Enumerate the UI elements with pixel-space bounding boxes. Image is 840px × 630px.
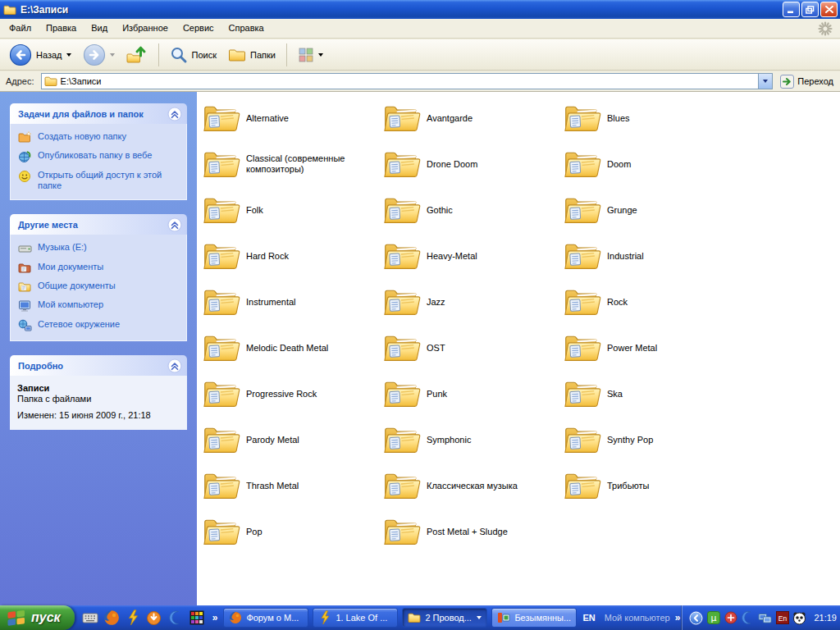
folder-item[interactable]: Ska: [562, 378, 742, 409]
network-icon: [17, 319, 32, 332]
folder-label: Классическая музыка: [427, 481, 518, 491]
panda-icon[interactable]: [792, 611, 806, 625]
sidebar-link[interactable]: Опубликовать папку в вебе: [17, 150, 180, 163]
folder-item[interactable]: Post Metal + Sludge: [381, 516, 562, 547]
folders-icon: [228, 48, 246, 62]
menu-item-сервис[interactable]: Сервис: [176, 23, 221, 33]
collapse-chevron-icon[interactable]: [167, 217, 182, 232]
folder-item[interactable]: Pop: [201, 516, 381, 547]
folder-item[interactable]: Grunge: [562, 194, 742, 226]
collapse-chevron-icon[interactable]: [167, 107, 182, 121]
other-places-header[interactable]: Другие места: [10, 214, 187, 235]
file-tasks-header[interactable]: Задачи для файлов и папок: [10, 103, 187, 124]
folder-icon: [203, 103, 240, 134]
menu-item-правка[interactable]: Правка: [39, 23, 84, 33]
folder-item[interactable]: Gothic: [381, 194, 562, 226]
toolbar-overflow-chevron[interactable]: »: [673, 612, 682, 623]
menu-item-справка[interactable]: Справка: [221, 23, 272, 33]
minimize-button[interactable]: [783, 2, 800, 17]
mosaic-icon[interactable]: [189, 609, 205, 626]
folder-item[interactable]: Classical (современные композиторы): [201, 148, 381, 180]
hide-icons-icon[interactable]: [689, 611, 703, 625]
folder-item[interactable]: Instrumental: [201, 286, 381, 317]
folder-item[interactable]: Power Metal: [562, 332, 742, 363]
keyboard-icon[interactable]: [82, 609, 98, 626]
views-button[interactable]: [294, 45, 327, 65]
download-master-icon[interactable]: [146, 609, 162, 626]
moon-icon[interactable]: [741, 611, 755, 625]
folder-item[interactable]: Doom: [562, 148, 742, 180]
taskbar-task-button[interactable]: 2 Провод...: [402, 608, 487, 628]
menu-item-файл[interactable]: Файл: [2, 23, 39, 33]
folder-item[interactable]: Punk: [381, 378, 562, 409]
address-input[interactable]: E:\Записи: [41, 73, 774, 89]
task-group-dropdown-icon[interactable]: [477, 616, 482, 619]
menu-item-избранное[interactable]: Избранное: [115, 23, 176, 33]
taskbar-task-button[interactable]: Форум о М...: [223, 608, 308, 628]
folder-item[interactable]: Drone Doom: [381, 148, 562, 180]
folder-item[interactable]: Industrial: [562, 240, 742, 272]
sidebar-link[interactable]: Создать новую папку: [17, 131, 180, 144]
forward-button[interactable]: [79, 42, 119, 68]
share-folder-icon: [17, 170, 32, 183]
restore-icon: [806, 6, 815, 14]
folder-label: Progressive Rock: [246, 389, 317, 399]
sidebar-link[interactable]: Общие документы: [17, 281, 180, 293]
sidebar-link[interactable]: Мои документы: [17, 262, 180, 274]
folder-item[interactable]: Jazz: [381, 286, 562, 317]
folder-item[interactable]: Melodic Death Metal: [201, 332, 381, 363]
folder-item[interactable]: Blues: [562, 103, 742, 134]
address-dropdown-button[interactable]: [758, 74, 772, 89]
back-button[interactable]: Назад: [5, 42, 75, 68]
folder-item[interactable]: Rock: [562, 286, 742, 317]
folder-item[interactable]: Symphonic: [381, 424, 562, 455]
folder-item[interactable]: OST: [381, 332, 562, 363]
views-dropdown-icon[interactable]: [318, 53, 323, 57]
close-button[interactable]: [820, 2, 838, 17]
desktop-toolbar-label[interactable]: Мой компьютер: [601, 613, 673, 623]
folder-item[interactable]: Heavy-Metal: [381, 240, 562, 272]
folder-item[interactable]: Hard Rock: [201, 240, 381, 272]
taskbar-task-button[interactable]: 1. Lake Of ...: [313, 608, 398, 628]
search-button[interactable]: Поиск: [166, 44, 221, 66]
taskbar-task-button[interactable]: Безымянны...: [491, 608, 577, 628]
sidebar-link[interactable]: Сетевое окружение: [17, 319, 180, 332]
folder-item[interactable]: Трибьюты: [562, 470, 742, 501]
folder-item[interactable]: Synthy Pop: [562, 424, 742, 455]
folder-item[interactable]: Thrash Metal: [201, 470, 381, 501]
folders-button[interactable]: Папки: [224, 46, 280, 64]
up-button[interactable]: [122, 43, 152, 66]
go-button[interactable]: Переход: [777, 75, 837, 89]
folder-item[interactable]: Alternative: [201, 103, 381, 134]
folder-item[interactable]: Avantgarde: [381, 103, 562, 134]
details-header[interactable]: Подробно: [10, 355, 187, 376]
quick-launch-overflow-chevron[interactable]: »: [211, 612, 220, 623]
download-master-tray-icon[interactable]: [724, 611, 737, 625]
language-indicator[interactable]: EN: [577, 613, 600, 623]
folder-label: Symphonic: [427, 435, 471, 445]
folder-label: Avantgarde: [427, 113, 472, 124]
punto-en-icon[interactable]: En: [775, 611, 789, 625]
back-dropdown-icon[interactable]: [66, 53, 71, 57]
menu-item-вид[interactable]: Вид: [84, 23, 115, 33]
file-list-area: Alternative Avantgarde Blues Classical (…: [197, 92, 840, 605]
restore-button[interactable]: [801, 2, 819, 17]
folder-icon: [564, 470, 601, 501]
winamp-icon[interactable]: [125, 609, 141, 626]
publish-web-icon: [17, 150, 32, 163]
moon-icon[interactable]: [167, 609, 184, 626]
collapse-chevron-icon[interactable]: [167, 358, 182, 373]
sidebar-link[interactable]: Музыка (E:): [17, 242, 180, 255]
folder-item[interactable]: Классическая музыка: [381, 470, 562, 501]
folder-item[interactable]: Parody Metal: [201, 424, 381, 455]
network-tray-icon[interactable]: [758, 611, 772, 625]
firefox-icon[interactable]: [103, 609, 120, 626]
sidebar-link[interactable]: Мой компьютер: [17, 299, 180, 313]
folder-icon: [564, 424, 601, 455]
folder-label: Rock: [607, 297, 628, 308]
folder-item[interactable]: Progressive Rock: [201, 378, 381, 409]
utorrent-icon[interactable]: µ: [706, 611, 720, 625]
start-button[interactable]: пуск: [0, 605, 75, 630]
sidebar-link[interactable]: Открыть общий доступ к этой папке: [17, 170, 180, 191]
folder-item[interactable]: Folk: [201, 194, 381, 226]
